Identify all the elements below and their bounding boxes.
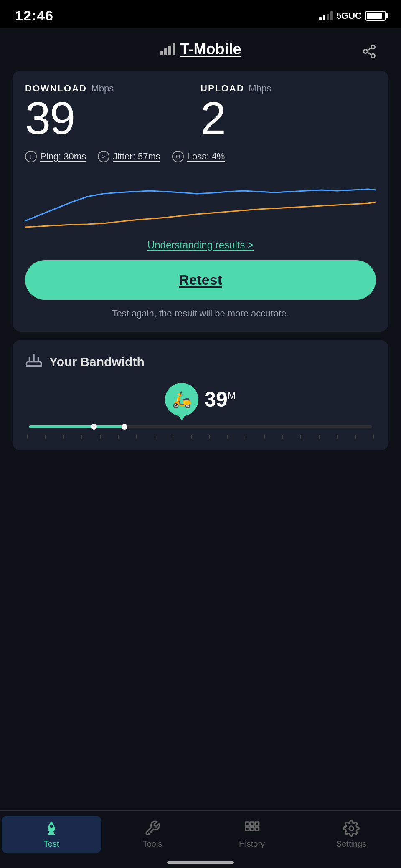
bandwidth-slider bbox=[29, 425, 372, 429]
upload-unit: Mbps bbox=[249, 83, 271, 94]
tick-20 bbox=[373, 435, 374, 439]
battery-body bbox=[365, 11, 386, 21]
header-signal-bar-4 bbox=[173, 43, 175, 55]
tick-17 bbox=[319, 435, 320, 439]
svg-line-4 bbox=[367, 48, 371, 51]
loss-icon: ⊟ bbox=[172, 151, 184, 162]
status-right: 5GUC bbox=[319, 10, 386, 21]
jitter-value: Jitter: 57ms bbox=[113, 151, 160, 162]
ping-value: Ping: 30ms bbox=[40, 151, 86, 162]
share-icon bbox=[362, 44, 377, 59]
svg-rect-9 bbox=[255, 822, 259, 825]
history-icon bbox=[244, 820, 260, 837]
tick-5 bbox=[100, 435, 101, 439]
header-network: T-Mobile bbox=[160, 40, 241, 58]
bandwidth-header: Your Bandwidth bbox=[25, 352, 376, 373]
track-dot-2 bbox=[122, 424, 127, 430]
tick-9 bbox=[173, 435, 173, 439]
loss-item: ⊟ Loss: 4% bbox=[172, 151, 225, 162]
header-signal-bar-3 bbox=[168, 46, 171, 55]
signal-bar-4 bbox=[330, 11, 333, 20]
svg-rect-8 bbox=[251, 822, 254, 825]
results-card: DOWNLOAD Mbps 39 UPLOAD Mbps 2 ↕ Ping: 3… bbox=[13, 71, 388, 332]
chart-svg bbox=[25, 171, 376, 229]
rocket-icon bbox=[43, 820, 60, 837]
tick-8 bbox=[155, 435, 155, 439]
ping-icon: ↕ bbox=[25, 151, 37, 162]
tick-marks bbox=[25, 435, 376, 439]
header-signal-bar-2 bbox=[164, 48, 167, 55]
bandwidth-bubble: 🛵 bbox=[165, 383, 198, 416]
retest-button[interactable]: Retest bbox=[25, 260, 376, 300]
tick-4 bbox=[81, 435, 82, 439]
nav-label-test: Test bbox=[44, 839, 59, 849]
tick-6 bbox=[118, 435, 119, 439]
svg-point-13 bbox=[349, 826, 353, 830]
ping-item: ↕ Ping: 30ms bbox=[25, 151, 86, 162]
tick-14 bbox=[264, 435, 265, 439]
bandwidth-speed-wrapper: 🛵 39M bbox=[25, 383, 376, 416]
bandwidth-icon bbox=[25, 352, 43, 373]
nav-item-tools[interactable]: Tools bbox=[103, 816, 202, 853]
upload-value: 2 bbox=[200, 94, 376, 142]
home-indicator bbox=[167, 861, 234, 864]
signal-bar-2 bbox=[323, 15, 325, 20]
svg-rect-10 bbox=[246, 827, 249, 830]
tick-16 bbox=[300, 435, 301, 439]
header-signal-bar-1 bbox=[160, 51, 163, 55]
download-value: 39 bbox=[25, 94, 200, 142]
bottom-nav: Test Tools History Settings bbox=[0, 810, 401, 868]
signal-bars bbox=[319, 11, 333, 20]
signal-bar-1 bbox=[319, 17, 322, 20]
upload-col: UPLOAD Mbps 2 bbox=[200, 83, 376, 142]
track-dot-1 bbox=[91, 424, 97, 430]
nav-item-settings[interactable]: Settings bbox=[302, 816, 401, 853]
loss-value: Loss: 4% bbox=[187, 151, 225, 162]
nav-item-history[interactable]: History bbox=[202, 816, 302, 853]
speed-chart bbox=[25, 171, 376, 229]
share-button[interactable] bbox=[358, 40, 380, 62]
settings-icon bbox=[343, 820, 360, 837]
tick-12 bbox=[227, 435, 228, 439]
bandwidth-value: 39M bbox=[204, 387, 236, 412]
speed-row: DOWNLOAD Mbps 39 UPLOAD Mbps 2 bbox=[25, 83, 376, 142]
battery-fill bbox=[367, 13, 382, 19]
tick-13 bbox=[246, 435, 246, 439]
signal-bar-3 bbox=[327, 14, 329, 20]
tools-icon bbox=[144, 820, 161, 837]
nav-item-test[interactable]: Test bbox=[2, 816, 101, 853]
tick-3 bbox=[63, 435, 64, 439]
status-time: 12:46 bbox=[15, 8, 53, 24]
jitter-icon: ⟳ bbox=[98, 151, 109, 162]
bandwidth-card: Your Bandwidth 🛵 39M bbox=[13, 340, 388, 450]
tick-10 bbox=[191, 435, 192, 439]
svg-line-3 bbox=[367, 52, 371, 55]
tick-15 bbox=[282, 435, 283, 439]
header: T-Mobile bbox=[0, 28, 401, 66]
retest-note: Test again, the result will be more accu… bbox=[25, 308, 376, 319]
jitter-item: ⟳ Jitter: 57ms bbox=[98, 151, 160, 162]
understanding-link[interactable]: Understanding results > bbox=[147, 239, 254, 251]
bandwidth-title: Your Bandwidth bbox=[49, 355, 145, 369]
nav-label-tools: Tools bbox=[143, 839, 162, 849]
understanding-link-container: Understanding results > bbox=[25, 239, 376, 251]
battery bbox=[365, 11, 386, 21]
download-col: DOWNLOAD Mbps 39 bbox=[25, 83, 200, 142]
svg-rect-12 bbox=[255, 827, 259, 830]
nav-label-settings: Settings bbox=[336, 839, 366, 849]
router-icon bbox=[25, 352, 43, 369]
track-fill bbox=[29, 425, 125, 428]
download-unit: Mbps bbox=[91, 83, 114, 94]
network-type: 5GUC bbox=[336, 10, 362, 21]
tick-2 bbox=[45, 435, 46, 439]
svg-rect-7 bbox=[246, 822, 249, 825]
app-container: T-Mobile DOWNLOAD Mbps 39 bbox=[0, 28, 401, 867]
ping-row: ↕ Ping: 30ms ⟳ Jitter: 57ms ⊟ Loss: 4% bbox=[25, 151, 376, 162]
tick-11 bbox=[209, 435, 210, 439]
status-bar: 12:46 5GUC bbox=[0, 0, 401, 28]
header-signal bbox=[160, 43, 175, 55]
download-line bbox=[25, 189, 376, 221]
tick-19 bbox=[355, 435, 356, 439]
upload-line bbox=[25, 202, 376, 227]
upload-label-row: UPLOAD Mbps bbox=[200, 83, 376, 94]
